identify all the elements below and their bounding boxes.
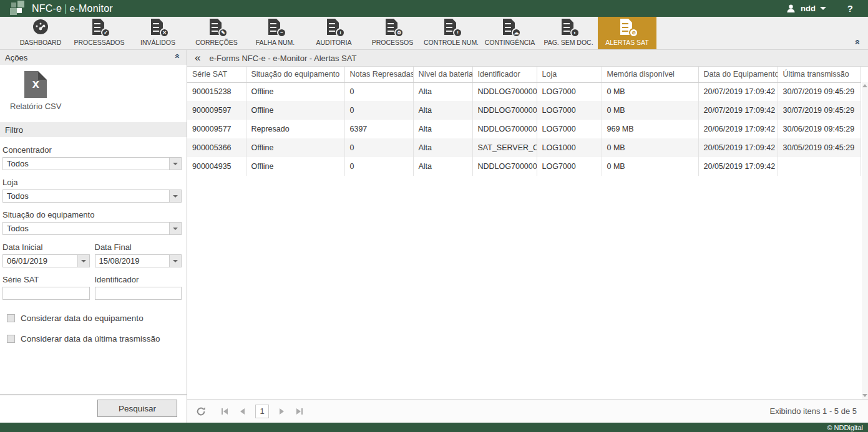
loja-dropdown-button[interactable] <box>169 190 181 202</box>
column-header-loja[interactable]: Loja <box>537 67 602 82</box>
toolbar-label-processados: PROCESSADOS <box>74 39 124 46</box>
app-title-separator: | <box>62 3 69 14</box>
considerar-data-equipamento-label[interactable]: Considerar data do equipamento <box>21 314 144 323</box>
filter-section-header: Filtro <box>0 122 187 137</box>
cell-ultima-transmissao: 30/07/2019 09:45:29 <box>778 82 861 101</box>
considerar-data-transmissao-checkbox[interactable] <box>7 335 15 343</box>
page-number-input[interactable]: 1 <box>255 405 269 418</box>
main-area: « e-Forms NFC-e - e-Monitor - Alertas SA… <box>187 50 868 423</box>
cell-data-equipamento: 20/06/2019 17:09:42 <box>698 120 778 138</box>
toolbar-item-contingencia[interactable]: ☁ CONTINGÊNCIA <box>480 17 539 49</box>
user-menu[interactable]: ndd <box>782 3 830 14</box>
toolbar-collapse-chevron-icon[interactable]: « <box>853 39 862 44</box>
toolbar-item-alertas-sat[interactable]: ⊘ ALERTAS SAT <box>598 17 656 49</box>
alert-document-icon: ! <box>444 19 459 36</box>
cell-serie-sat: 900009597 <box>187 101 246 120</box>
footer-bar: © NDDigital <box>0 423 868 432</box>
help-button[interactable]: ? <box>836 3 862 14</box>
minus-document-icon: − <box>268 19 283 36</box>
situacao-select[interactable]: Todos <box>2 222 182 235</box>
column-header-nivel-bateria[interactable]: Nível da bateria <box>413 67 472 82</box>
considerar-data-transmissao-label[interactable]: Considerar data da última trasmissão <box>21 334 160 343</box>
toolbar-item-auditoria[interactable]: i AUDITORIA <box>305 17 363 49</box>
toolbar-item-dashboard[interactable]: DASHBOARD <box>11 17 70 49</box>
first-page-button[interactable] <box>220 406 230 416</box>
toolbar-label-invalidos: INVÁLIDOS <box>140 39 175 46</box>
column-header-memoria[interactable]: Memória disponível <box>602 67 698 82</box>
column-header-notas-represadas[interactable]: Notas Represadas <box>344 67 413 82</box>
toolbar-item-falha-num[interactable]: − FALHA NUM. <box>246 17 305 49</box>
search-button[interactable]: Pesquisar <box>97 400 177 417</box>
loja-select[interactable]: Todos <box>2 190 182 203</box>
breadcrumb: « e-Forms NFC-e - e-Monitor - Alertas SA… <box>187 50 868 67</box>
invalid-document-icon: ✕ <box>150 19 165 36</box>
next-page-button[interactable] <box>278 406 286 416</box>
toolbar-item-invalidos[interactable]: ✕ INVÁLIDOS <box>129 17 187 49</box>
data-inicial-datepicker[interactable]: 06/01/2019 <box>2 254 90 267</box>
cell-identificador: NDDLOG70000010 <box>472 101 537 120</box>
cell-situacao: Offline <box>246 157 344 176</box>
toolbar-item-correcoes[interactable]: ✎ CORREÇÕES <box>187 17 246 49</box>
concentrador-select[interactable]: Todos <box>2 157 182 170</box>
toolbar-label-dashboard: DASHBOARD <box>20 39 62 46</box>
scroll-down-icon[interactable] <box>862 394 867 397</box>
chevron-down-icon <box>81 260 86 262</box>
serie-sat-input[interactable] <box>2 287 90 300</box>
app-title: NFC-e|e-Monitor <box>32 3 113 14</box>
concentrador-dropdown-button[interactable] <box>169 158 181 170</box>
data-final-dropdown-button[interactable] <box>169 255 181 267</box>
refresh-button[interactable] <box>196 406 206 416</box>
cell-data-equipamento: 20/05/2019 17:09:42 <box>698 138 778 157</box>
table-row[interactable]: 900004935 Offline 0 Alta NDDLOG70000010 … <box>187 157 861 176</box>
table-row[interactable]: 900009597 Offline 0 Alta NDDLOG70000010 … <box>187 101 861 120</box>
info-icon: i <box>336 28 345 37</box>
toolbar-item-processos[interactable]: ⚙ PROCESSOS <box>363 17 422 49</box>
slash-circle-icon: ⊘ <box>629 28 638 37</box>
previous-page-button[interactable] <box>238 406 246 416</box>
data-final-datepicker[interactable]: 15/08/2019 <box>95 254 182 267</box>
table-row[interactable]: 900015238 Offline 0 Alta NDDLOG70000010 … <box>187 82 861 101</box>
toolbar-item-processados[interactable]: ✓ PROCESSADOS <box>70 17 129 49</box>
cell-memoria: 0 MB <box>602 138 698 157</box>
concentrador-value: Todos <box>3 158 169 170</box>
actions-title: Ações <box>5 53 27 62</box>
toolbar-item-controle-num[interactable]: ! CONTROLE NUM. <box>422 17 480 49</box>
toolbar-item-pag-sem-doc[interactable]: ◐ PAG. SEM DOC. <box>539 17 598 49</box>
toolbar-label-controle-num: CONTROLE NUM. <box>424 39 479 46</box>
column-header-data-equipamento[interactable]: Data do Equipamento <box>698 67 778 82</box>
cell-bateria: Alta <box>413 120 472 138</box>
last-page-button[interactable] <box>295 406 305 416</box>
cell-identificador: NDDLOG70000010 <box>472 82 537 101</box>
table-row[interactable]: 900009577 Represado 6397 Alta NDDLOG7000… <box>187 120 861 138</box>
cell-bateria: Alta <box>413 82 472 101</box>
scroll-up-icon[interactable] <box>862 84 867 87</box>
vertical-scrollbar[interactable] <box>862 82 868 399</box>
cell-situacao: Offline <box>246 101 344 120</box>
cell-data-equipamento: 20/07/2019 17:09:42 <box>698 101 778 120</box>
breadcrumb-text: e-Forms NFC-e - e-Monitor - Alertas SAT <box>209 54 356 63</box>
column-header-identificador[interactable]: Identificador <box>472 67 537 82</box>
column-header-situacao[interactable]: Situação do equipamento <box>246 67 344 82</box>
column-header-serie-sat[interactable]: Série SAT <box>187 67 246 82</box>
cell-bateria: Alta <box>413 157 472 176</box>
cell-serie-sat: 900004935 <box>187 157 246 176</box>
identificador-input[interactable] <box>95 287 182 300</box>
report-csv-button[interactable]: x Relatório CSV <box>6 71 65 111</box>
column-header-ultima-transmissao[interactable]: Última transmissão <box>778 67 861 82</box>
back-chevrons-icon[interactable]: « <box>195 52 200 64</box>
table-row[interactable]: 900005366 Offline 0 Alta SAT_SERVER_OFF … <box>187 138 861 157</box>
data-inicial-dropdown-button[interactable] <box>77 255 89 267</box>
chevron-down-icon <box>820 7 826 10</box>
minus-icon: − <box>277 28 286 37</box>
actions-collapse-chevron-icon[interactable]: « <box>173 54 182 61</box>
slash-circle-document-icon: ⊘ <box>620 19 635 36</box>
cell-bateria: Alta <box>413 101 472 120</box>
chevron-down-icon <box>173 163 178 165</box>
situacao-dropdown-button[interactable] <box>169 223 181 234</box>
considerar-data-equipamento-checkbox[interactable] <box>7 314 15 322</box>
cell-ultima-transmissao: 30/06/2019 09:45:29 <box>778 120 861 138</box>
cell-notas: 0 <box>344 138 413 157</box>
table-header-row: Série SAT Situação do equipamento Notas … <box>187 67 861 82</box>
app-logo-icon <box>10 1 24 16</box>
half-circle-icon: ◐ <box>570 28 580 37</box>
